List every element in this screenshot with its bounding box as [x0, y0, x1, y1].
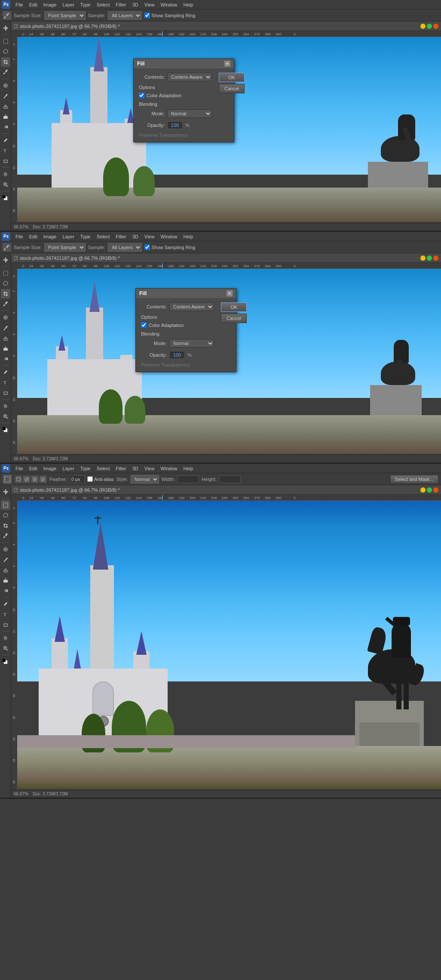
crop-tool-2[interactable] [1, 289, 10, 299]
crop-tool-3[interactable] [1, 521, 10, 530]
menu-type-1[interactable]: Type [78, 1, 93, 8]
zoom-tool-2[interactable] [1, 412, 10, 421]
hand-tool-3[interactable] [1, 633, 10, 643]
ok-button-1[interactable]: OK [219, 73, 245, 82]
menu-edit-3[interactable]: Edit [27, 465, 40, 472]
menu-edit-2[interactable]: Edit [27, 233, 40, 240]
shape-tool-2[interactable] [1, 388, 10, 398]
minimize-btn-2[interactable] [420, 256, 426, 261]
fg-bg-colors[interactable] [1, 193, 10, 203]
pen-tool-2[interactable] [1, 367, 10, 377]
zoom-tool[interactable] [1, 180, 10, 189]
crop-tool[interactable] [1, 57, 10, 67]
sample-size-select-2[interactable]: Point Sample [44, 243, 86, 252]
minimize-btn-1[interactable] [420, 24, 426, 29]
color-adapt-checkbox-2[interactable] [141, 322, 147, 328]
menu-filter-3[interactable]: Filter [113, 465, 129, 472]
menu-image-3[interactable]: Image [41, 465, 59, 472]
eyedropper-tool[interactable] [1, 68, 10, 77]
eraser-tool[interactable] [1, 112, 10, 121]
stamp-tool-3[interactable] [1, 565, 10, 575]
sample-size-select[interactable]: Point Sample [44, 11, 86, 20]
type-tool-2[interactable]: T [1, 378, 10, 387]
select-mask-button[interactable]: Select and Mask... [390, 475, 439, 484]
lasso-tool[interactable] [1, 47, 10, 56]
marquee-tool-icon[interactable] [3, 475, 12, 484]
menu-layer-1[interactable]: Layer [60, 1, 77, 8]
mode-select-2[interactable]: Normal [169, 339, 214, 348]
fg-bg-colors-2[interactable] [1, 425, 10, 435]
show-ring-checkbox[interactable] [144, 12, 150, 18]
width-input[interactable] [178, 475, 199, 483]
type-tool-3[interactable]: T [1, 610, 10, 619]
lasso-tool-2[interactable] [1, 279, 10, 288]
menu-window-2[interactable]: Window [158, 233, 180, 240]
shape-tool[interactable] [1, 156, 10, 166]
menu-edit-1[interactable]: Edit [27, 1, 40, 8]
close-btn-2[interactable] [433, 256, 438, 261]
menu-image-1[interactable]: Image [41, 1, 59, 8]
maximize-btn-1[interactable] [427, 24, 432, 29]
menu-file-2[interactable]: File [13, 233, 26, 240]
menu-image-2[interactable]: Image [41, 233, 59, 240]
menu-layer-2[interactable]: Layer [60, 233, 77, 240]
menu-type-2[interactable]: Type [78, 233, 93, 240]
show-ring-label-2[interactable]: Show Sampling Ring [144, 244, 195, 250]
add-selection-btn[interactable]: + [23, 475, 31, 483]
fg-bg-colors-3[interactable] [1, 657, 10, 666]
menu-select-2[interactable]: Select [94, 233, 113, 240]
menu-view-1[interactable]: View [142, 1, 157, 8]
brush-tool-3[interactable] [1, 555, 10, 564]
hand-tool-2[interactable] [1, 401, 10, 411]
brush-tool-2[interactable] [1, 323, 10, 333]
zoom-tool-3[interactable] [1, 644, 10, 653]
pen-tool-3[interactable] [1, 599, 10, 609]
gradient-tool-2[interactable] [1, 354, 10, 364]
rect-select-tool[interactable] [1, 37, 10, 46]
menu-view-2[interactable]: View [142, 233, 157, 240]
fill-dialog-close-1[interactable]: × [224, 61, 230, 67]
opacity-input-1[interactable]: 100 [167, 121, 183, 129]
menu-help-1[interactable]: Help [181, 1, 196, 8]
maximize-btn-3[interactable] [427, 487, 432, 493]
pen-tool[interactable] [1, 136, 10, 145]
menu-window-3[interactable]: Window [158, 465, 180, 472]
rect-select-tool-2[interactable] [1, 268, 10, 278]
heal-tool-3[interactable] [1, 545, 10, 554]
new-selection-btn[interactable] [15, 475, 22, 483]
stamp-tool[interactable] [1, 102, 10, 111]
ok-button-2[interactable]: OK [221, 302, 247, 312]
menu-select-1[interactable]: Select [94, 1, 113, 8]
cancel-button-2[interactable]: Cancel [221, 314, 247, 323]
sample-select-2[interactable]: All Layers [108, 243, 142, 252]
type-tool[interactable]: T [1, 146, 10, 155]
subtract-selection-btn[interactable]: − [31, 475, 39, 483]
menu-type-3[interactable]: Type [78, 465, 93, 472]
move-tool-3[interactable] [1, 487, 10, 496]
menu-help-3[interactable]: Help [181, 465, 196, 472]
lasso-tool-3[interactable] [1, 511, 10, 520]
color-adapt-checkbox-1[interactable] [139, 92, 144, 98]
eyedropper-tool-2[interactable] [1, 299, 10, 309]
menu-3d-2[interactable]: 3D [130, 233, 141, 240]
menu-3d-1[interactable]: 3D [130, 1, 141, 8]
close-btn-3[interactable] [433, 487, 438, 493]
menu-select-3[interactable]: Select [94, 465, 113, 472]
close-btn-1[interactable] [433, 24, 438, 29]
minimize-btn-3[interactable] [420, 487, 426, 493]
show-ring-checkbox-2[interactable] [144, 244, 150, 250]
mode-select-1[interactable]: Normal [167, 109, 212, 118]
sample-select[interactable]: All Layers [108, 11, 142, 20]
intersect-selection-btn[interactable] [39, 475, 47, 483]
gradient-tool[interactable] [1, 122, 10, 132]
move-tool[interactable] [1, 23, 10, 33]
eraser-tool-2[interactable] [1, 344, 10, 353]
maximize-btn-2[interactable] [427, 256, 432, 261]
menu-filter-2[interactable]: Filter [113, 233, 129, 240]
eyedropper-tool-3[interactable] [1, 531, 10, 541]
menu-layer-3[interactable]: Layer [60, 465, 77, 472]
menu-window-1[interactable]: Window [158, 1, 180, 8]
brush-tool[interactable] [1, 91, 10, 101]
fill-dialog-close-2[interactable]: × [227, 290, 233, 296]
anti-alias-label[interactable]: Anti-alias [87, 476, 113, 482]
